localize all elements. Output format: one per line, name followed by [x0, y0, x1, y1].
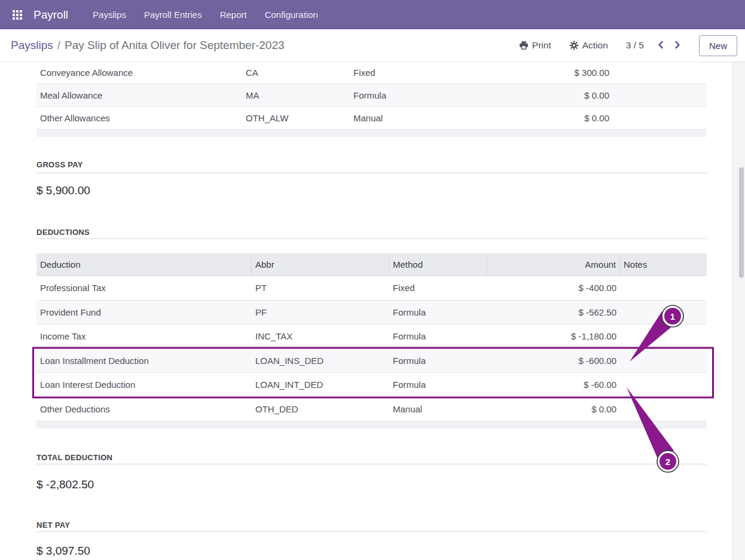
net-pay-value: $ 3,097.50	[36, 544, 90, 558]
cell-abbr: LOAN_INS_DED	[252, 356, 389, 366]
cell-amount: $ 0.00	[487, 404, 620, 414]
cell-name: Other Allowances	[36, 113, 242, 123]
payroll-app-window: Payroll Payslips Payroll Entries Report …	[0, 0, 745, 560]
total-deduction-rule	[36, 464, 707, 464]
cell-abbr: OTH_DED	[252, 404, 389, 414]
cell-amount: $ -600.00	[487, 356, 620, 366]
net-pay-rule	[36, 531, 707, 532]
cell-method: Manual	[350, 113, 475, 123]
menu-report[interactable]: Report	[211, 0, 256, 29]
cell-name: Loan Installment Deduction	[36, 356, 252, 366]
action-button[interactable]: Action	[564, 36, 613, 54]
net-pay-title: NET PAY	[36, 521, 70, 530]
cell-method: Formula	[389, 356, 487, 366]
cell-name: Meal Allowance	[36, 90, 242, 100]
cell-method: Formula	[389, 380, 487, 390]
cell-abbr: CA	[242, 68, 350, 78]
deductions-table-header: Deduction Abbr Method Amount Notes	[36, 253, 707, 276]
gross-pay-rule	[36, 173, 707, 173]
table-row-income-tax[interactable]: Income Tax INC_TAX Formula $ -1,180.00	[36, 325, 707, 349]
table-row-other-allowances[interactable]: Other Allowances OTH_ALW Manual $ 0.00	[36, 107, 707, 130]
cell-abbr: LOAN_INT_DED	[252, 380, 389, 390]
pager-next-button[interactable]	[669, 38, 686, 54]
column-header-abbr[interactable]: Abbr	[252, 253, 389, 276]
cell-amount: $ 300.00	[475, 68, 613, 78]
payslip-sheet: Conveyance Allowance CA Fixed $ 300.00 M…	[0, 62, 745, 560]
cell-name: Conveyance Allowance	[36, 68, 242, 78]
column-header-deduction[interactable]: Deduction	[36, 253, 252, 276]
table-row-professional-tax[interactable]: Professional Tax PT Fixed $ -400.00	[36, 276, 707, 301]
cell-name: Income Tax	[36, 331, 252, 341]
apps-grid-glyph	[13, 10, 22, 20]
pager-value[interactable]: 3 / 5	[626, 40, 644, 51]
cell-amount: $ 0.00	[475, 113, 613, 123]
app-name[interactable]: Payroll	[33, 8, 68, 22]
deductions-table-footer	[36, 421, 707, 429]
cell-method: Formula	[389, 307, 487, 317]
callout-badge-2: 2	[657, 451, 679, 472]
gear-icon	[569, 41, 579, 50]
pager-previous-button[interactable]	[652, 38, 669, 54]
total-deduction-title: TOTAL DEDUCTION	[36, 453, 112, 462]
chevron-left-icon	[657, 40, 665, 51]
cell-amount: $ -60.00	[487, 380, 620, 390]
print-button[interactable]: Print	[514, 36, 556, 54]
table-row-conveyance-allowance[interactable]: Conveyance Allowance CA Fixed $ 300.00	[36, 62, 707, 84]
action-label: Action	[582, 40, 608, 51]
deductions-rule	[36, 238, 707, 239]
cell-method: Manual	[389, 404, 487, 414]
apps-grid-icon[interactable]	[10, 7, 25, 23]
menu-configuration[interactable]: Configuration	[256, 0, 327, 29]
printer-icon	[519, 41, 529, 50]
breadcrumb-current: Pay Slip of Anita Oliver for September-2…	[65, 39, 285, 51]
cell-abbr: OTH_ALW	[242, 113, 350, 123]
column-header-notes[interactable]: Notes	[620, 253, 707, 276]
allowances-table-footer	[36, 130, 707, 137]
breadcrumb-payslips-link[interactable]: Payslips	[11, 39, 53, 51]
gross-pay-value: $ 5,900.00	[36, 184, 90, 197]
cell-amount: $ -1,180.00	[487, 331, 620, 341]
menu-payroll-entries[interactable]: Payroll Entries	[135, 0, 211, 29]
cell-name: Other Deductions	[36, 404, 252, 414]
deductions-table: Deduction Abbr Method Amount Notes Profe…	[36, 253, 707, 421]
column-header-amount[interactable]: Amount	[487, 253, 620, 276]
table-row-other-deductions[interactable]: Other Deductions OTH_DED Manual $ 0.00	[36, 397, 707, 422]
cell-amount: $ -562.50	[487, 307, 620, 317]
table-row-meal-allowance[interactable]: Meal Allowance MA Formula $ 0.00	[36, 84, 707, 107]
cell-method: Fixed	[350, 68, 475, 78]
control-panel-actions: Print	[514, 35, 737, 56]
total-deduction-value: $ -2,802.50	[36, 478, 94, 491]
vertical-scrollbar-thumb[interactable]	[739, 167, 744, 278]
cell-method: Formula	[350, 90, 475, 100]
gross-pay-title: GROSS PAY	[36, 160, 83, 169]
vertical-scrollbar-track[interactable]	[732, 62, 745, 560]
column-header-method[interactable]: Method	[389, 253, 487, 276]
cell-method: Fixed	[389, 283, 487, 293]
breadcrumb: Payslips/Pay Slip of Anita Oliver for Se…	[11, 39, 285, 52]
breadcrumb-separator: /	[53, 39, 65, 51]
deductions-title: DEDUCTIONS	[36, 228, 90, 237]
cell-amount: $ 0.00	[475, 90, 613, 100]
cell-abbr: INC_TAX	[252, 331, 389, 341]
svg-text:2: 2	[665, 457, 670, 467]
cell-name: Provident Fund	[36, 307, 252, 317]
navbar-menu: Payslips Payroll Entries Report Configur…	[84, 0, 327, 29]
new-button[interactable]: New	[699, 35, 737, 56]
cell-name: Loan Interest Deduction	[36, 380, 252, 390]
top-navbar: Payroll Payslips Payroll Entries Report …	[0, 0, 745, 29]
table-row-loan-interest-deduction[interactable]: Loan Interest Deduction LOAN_INT_DED For…	[36, 373, 707, 397]
cell-abbr: PT	[252, 283, 389, 293]
control-panel: Payslips/Pay Slip of Anita Oliver for Se…	[0, 29, 745, 62]
table-row-provident-fund[interactable]: Provident Fund PF Formula $ -562.50	[36, 301, 707, 325]
cell-method: Formula	[389, 331, 487, 341]
cell-abbr: PF	[252, 307, 389, 317]
table-row-loan-installment-deduction[interactable]: Loan Installment Deduction LOAN_INS_DED …	[36, 349, 707, 374]
cell-name: Professional Tax	[36, 283, 252, 293]
menu-payslips[interactable]: Payslips	[84, 0, 135, 29]
chevron-right-icon	[673, 40, 682, 51]
cell-abbr: MA	[242, 90, 350, 100]
pager: 3 / 5	[626, 38, 686, 54]
print-label: Print	[532, 40, 551, 51]
cell-amount: $ -400.00	[487, 283, 620, 293]
allowances-table: Conveyance Allowance CA Fixed $ 300.00 M…	[36, 62, 707, 130]
